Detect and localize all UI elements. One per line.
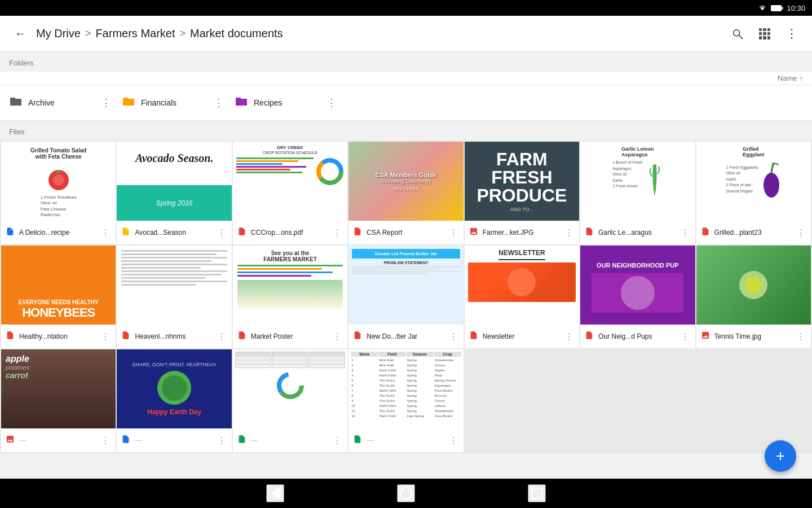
file-more-16[interactable]: ⋮ [332, 435, 343, 446]
file-footer-14: — ⋮ [1, 428, 116, 452]
wifi-icon [757, 4, 767, 12]
file-name-1: Avocad...Season [135, 229, 215, 237]
main-content: Folders Name ↑ Archive ⋮ Financials ⋮ [0, 52, 812, 479]
grid-icon [759, 28, 770, 40]
file-thumb-12: OUR NEIGHBORHOOD PUP [580, 246, 695, 325]
folder-icon-recipes [235, 95, 248, 110]
folder-more-archive[interactable]: ⋮ [99, 96, 113, 110]
file-item-7[interactable]: EVERYONE NEEDS HEALTHY HONEYBEES Healthy… [1, 246, 116, 348]
file-more-7[interactable]: ⋮ [100, 331, 111, 342]
file-more-15[interactable]: ⋮ [216, 435, 227, 446]
file-more-0[interactable]: ⋮ [100, 227, 111, 238]
file-name-17: — [367, 436, 447, 444]
folder-financials[interactable]: Financials ⋮ [117, 90, 230, 116]
file-thumb-5: Garlic LemonAsparagus 1 Bunch of FreshAs… [580, 142, 695, 221]
file-more-8[interactable]: ⋮ [216, 331, 227, 342]
nav-back-button[interactable] [266, 484, 284, 502]
nav-back-icon [270, 487, 280, 500]
svg-line-3 [739, 35, 743, 38]
file-item-16[interactable]: — ⋮ [233, 349, 347, 452]
file-name-12: Our Neig...d Pups [598, 332, 679, 340]
breadcrumb-root[interactable]: My Drive [36, 27, 81, 40]
more-options-button[interactable]: ⋮ [780, 23, 803, 45]
file-footer-12: Our Neig...d Pups ⋮ [580, 325, 695, 348]
file-footer-15: — ⋮ [117, 428, 231, 452]
folder-recipes[interactable]: Recipes ⋮ [230, 90, 343, 116]
folders-section-label: Folders [0, 52, 812, 72]
nav-recent-button[interactable] [528, 484, 546, 502]
file-type-icon-11 [469, 331, 478, 343]
file-type-icon-16 [237, 435, 246, 446]
file-more-1[interactable]: ⋮ [216, 227, 227, 238]
file-item-9[interactable]: See you at theFARMERS MARKET Market Post… [233, 246, 347, 348]
file-more-5[interactable]: ⋮ [679, 227, 691, 238]
file-thumb-13 [696, 246, 811, 325]
file-thumb-15: Share, Don't Print. #EarthDay Happy Eart… [117, 349, 231, 428]
top-bar: ← My Drive > Farmers Market > Market doc… [0, 16, 812, 52]
file-item-11[interactable]: NEWSLETTER Newsletter ⋮ [465, 246, 579, 348]
file-thumb-8 [117, 246, 231, 325]
file-footer-0: A Delicio...recipe ⋮ [1, 221, 116, 244]
file-item-12[interactable]: OUR NEIGHBORHOOD PUP Our Neig...d Pups ⋮ [580, 246, 695, 348]
grid-view-button[interactable] [753, 23, 776, 45]
file-more-13[interactable]: ⋮ [795, 331, 806, 342]
file-more-17[interactable]: ⋮ [448, 435, 459, 446]
folder-more-financials[interactable]: ⋮ [212, 96, 226, 110]
file-item-10[interactable]: Double Lid Peanut Butter Jar PROBLEM STA… [348, 246, 463, 348]
breadcrumb-mid[interactable]: Farmers Market [95, 27, 175, 40]
sort-label: Name ↑ [778, 74, 803, 82]
folder-more-recipes[interactable]: ⋮ [325, 96, 338, 110]
file-item-1[interactable]: Avocado Season. Spring 2016 Avocad...Sea… [117, 142, 231, 244]
file-type-icon-3 [353, 227, 362, 239]
file-item-0[interactable]: Grilled Tomato Saladwith Feta Cheese 1 F… [1, 142, 116, 244]
file-item-17[interactable]: Week Field Season Crop 1Mint FieldSpring… [348, 349, 463, 452]
file-type-icon-0 [6, 227, 15, 239]
file-item-13[interactable]: Tennis Time.jpg ⋮ [696, 246, 811, 348]
fab-add-icon: + [776, 448, 785, 464]
folder-icon-archive [9, 95, 23, 110]
file-more-14[interactable]: ⋮ [100, 435, 111, 446]
file-item-2[interactable]: DRY CREEKCROP ROTATION SCHEDULE [233, 142, 347, 244]
file-item-5[interactable]: Garlic LemonAsparagus 1 Bunch of FreshAs… [580, 142, 695, 244]
breadcrumb: My Drive > Farmers Market > Market docum… [36, 27, 726, 40]
file-name-10: New Do...tter Jar [367, 332, 447, 340]
file-thumb-4: FARMFRESHPRODUCE AND TO... [465, 142, 579, 221]
file-footer-13: Tennis Time.jpg ⋮ [696, 325, 811, 348]
svg-rect-0 [771, 5, 782, 11]
folder-archive[interactable]: Archive ⋮ [5, 90, 117, 116]
file-name-3: CSA Report [367, 229, 447, 237]
file-footer-11: Newsletter ⋮ [465, 325, 579, 348]
status-time: 10:30 [787, 4, 805, 12]
file-thumb-6: GrilledEggplant 1 Fresh EggplantsOlive o… [696, 142, 811, 221]
file-type-icon-12 [585, 331, 594, 343]
file-more-3[interactable]: ⋮ [448, 227, 459, 238]
file-more-12[interactable]: ⋮ [679, 331, 691, 342]
file-footer-2: CCCrop...ons.pdf ⋮ [233, 221, 347, 244]
nav-home-button[interactable] [397, 484, 415, 502]
file-item-4[interactable]: FARMFRESHPRODUCE AND TO... Farmer...ket.… [465, 142, 579, 244]
file-name-5: Garlic Le...aragus [598, 229, 679, 237]
file-name-7: Healthy...ntation [19, 332, 100, 340]
file-more-10[interactable]: ⋮ [448, 331, 459, 342]
file-item-8[interactable]: Heavenl...nhnms ⋮ [117, 246, 231, 348]
file-more-11[interactable]: ⋮ [563, 331, 575, 342]
file-more-6[interactable]: ⋮ [795, 227, 806, 238]
file-more-4[interactable]: ⋮ [563, 227, 575, 238]
file-item-3[interactable]: CSA Members Guide A Growing Community DR… [348, 142, 463, 244]
battery-icon [771, 5, 783, 12]
file-thumb-2: DRY CREEKCROP ROTATION SCHEDULE [233, 142, 347, 221]
file-item-6[interactable]: GrilledEggplant 1 Fresh EggplantsOlive o… [696, 142, 811, 244]
file-item-15[interactable]: Share, Don't Print. #EarthDay Happy Eart… [117, 349, 231, 452]
file-more-9[interactable]: ⋮ [332, 331, 343, 342]
file-footer-5: Garlic Le...aragus ⋮ [580, 221, 695, 244]
nav-home-icon [400, 487, 412, 500]
file-item-14[interactable]: apple potatoes carrot — ⋮ [1, 349, 116, 452]
search-button[interactable] [726, 23, 749, 45]
breadcrumb-sep1: > [85, 28, 91, 40]
back-button[interactable]: ← [9, 23, 32, 45]
file-type-icon-2 [237, 227, 246, 239]
fab-button[interactable]: + [765, 440, 796, 472]
file-more-2[interactable]: ⋮ [332, 227, 343, 238]
files-section-label: Files [0, 121, 812, 141]
file-name-13: Tennis Time.jpg [714, 332, 795, 340]
